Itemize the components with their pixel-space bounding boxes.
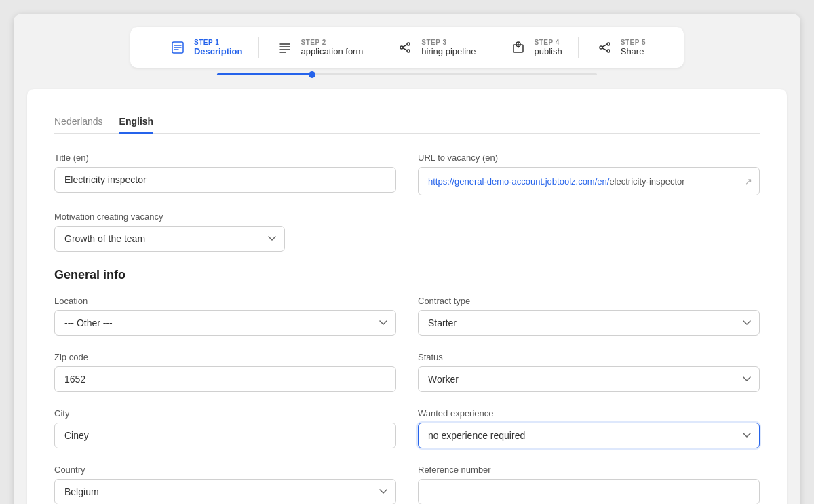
country-select[interactable]: Belgium Netherlands France Germany	[54, 479, 396, 504]
motivation-row: Motivation creating vacancy Growth of th…	[54, 212, 760, 252]
tab-english[interactable]: English	[119, 111, 154, 134]
city-experience-row: City Wanted experience no experience req…	[54, 408, 760, 448]
svg-point-9	[407, 43, 410, 45]
svg-point-8	[400, 46, 403, 49]
step2-number: STEP 2	[301, 39, 364, 46]
step2-label: application form	[301, 46, 364, 56]
reference-number-input[interactable]	[418, 479, 760, 504]
reference-number-group: Reference number	[418, 465, 760, 504]
external-link-icon: ↗	[745, 176, 752, 187]
country-reference-row: Country Belgium Netherlands France Germa…	[54, 465, 760, 504]
motivation-group: Motivation creating vacancy Growth of th…	[54, 212, 285, 252]
step-1[interactable]: STEP 1 Description	[152, 38, 259, 57]
country-group: Country Belgium Netherlands France Germa…	[54, 465, 396, 504]
wanted-experience-group: Wanted experience no experience required…	[418, 408, 760, 448]
title-label: Title (en)	[54, 153, 396, 163]
step3-text: STEP 3 hiring pipeline	[421, 39, 476, 56]
step2-icon	[275, 38, 294, 57]
tab-nederlands[interactable]: Nederlands	[54, 111, 103, 134]
svg-point-16	[607, 50, 610, 52]
step1-label: Description	[194, 46, 243, 56]
country-label: Country	[54, 465, 396, 475]
location-select[interactable]: --- Other --- Antwerp Brussels Ghent	[54, 310, 396, 336]
url-label: URL to vacancy (en)	[418, 153, 760, 163]
contract-type-group: Contract type Starter Freelance Permanen…	[418, 296, 760, 336]
contract-type-select[interactable]: Starter Freelance Permanent Temporary	[418, 310, 760, 336]
svg-point-15	[607, 43, 610, 45]
city-input[interactable]	[54, 423, 396, 448]
url-display[interactable]: https://general-demo-account.jobtoolz.co…	[418, 167, 760, 195]
step4-label: publish	[535, 46, 562, 56]
language-tabs: Nederlands English	[54, 111, 760, 134]
stepper: STEP 1 Description	[130, 27, 684, 68]
status-label: Status	[418, 352, 760, 362]
step1-text: STEP 1 Description	[194, 39, 243, 56]
step-2[interactable]: STEP 2 application form	[259, 38, 380, 57]
location-group: Location --- Other --- Antwerp Brussels …	[54, 296, 396, 336]
zipcode-label: Zip code	[54, 352, 396, 362]
zipcode-group: Zip code	[54, 352, 396, 392]
stepper-wrapper: STEP 1 Description	[27, 27, 787, 75]
motivation-label: Motivation creating vacancy	[54, 212, 285, 222]
step5-number: STEP 5	[621, 39, 646, 46]
step-4[interactable]: STEP 4 publish	[492, 38, 579, 57]
url-group: URL to vacancy (en) https://general-demo…	[418, 153, 760, 195]
progress-dot	[309, 71, 315, 78]
wanted-experience-label: Wanted experience	[418, 408, 760, 419]
step-3[interactable]: STEP 3 hiring pipeline	[379, 38, 492, 57]
step5-label: Share	[621, 46, 646, 56]
step4-text: STEP 4 publish	[535, 39, 562, 56]
title-group: Title (en)	[54, 153, 396, 195]
url-prefix: https://general-demo-account.jobtoolz.co…	[428, 176, 609, 187]
title-url-row: Title (en) URL to vacancy (en) https://g…	[54, 153, 760, 195]
city-label: City	[54, 408, 396, 419]
svg-point-10	[407, 50, 410, 52]
main-card: Nederlands English Title (en) URL to vac…	[27, 89, 787, 504]
wanted-experience-select[interactable]: no experience required 1-2 years 3-5 yea…	[418, 423, 760, 448]
svg-line-12	[403, 48, 407, 50]
step5-text: STEP 5 Share	[621, 39, 646, 56]
url-slug: electricity-inspector	[609, 176, 684, 187]
step1-number: STEP 1	[194, 39, 243, 46]
progress-bar	[217, 73, 597, 75]
city-group: City	[54, 408, 396, 448]
zip-status-row: Zip code Status Worker Employee Manager	[54, 352, 760, 392]
step1-icon	[168, 38, 187, 57]
step-5[interactable]: STEP 5 Share	[579, 38, 662, 57]
step3-number: STEP 3	[421, 39, 476, 46]
progress-fill	[217, 73, 312, 75]
step2-text: STEP 2 application form	[301, 39, 364, 56]
contract-type-label: Contract type	[418, 296, 760, 306]
location-contract-row: Location --- Other --- Antwerp Brussels …	[54, 296, 760, 336]
step3-icon	[395, 38, 414, 57]
zipcode-input[interactable]	[54, 366, 396, 392]
reference-number-label: Reference number	[418, 465, 760, 475]
motivation-select[interactable]: Growth of the team Replacement New posit…	[54, 226, 285, 252]
status-group: Status Worker Employee Manager	[418, 352, 760, 392]
step4-icon	[509, 38, 528, 57]
step3-label: hiring pipeline	[421, 46, 476, 56]
step5-icon	[595, 38, 614, 57]
svg-line-11	[403, 45, 407, 47]
status-select[interactable]: Worker Employee Manager	[418, 366, 760, 392]
general-info-title: General info	[54, 268, 760, 282]
title-input[interactable]	[54, 167, 396, 193]
location-label: Location	[54, 296, 396, 306]
step4-number: STEP 4	[535, 39, 562, 46]
outer-wrapper: STEP 1 Description	[14, 14, 800, 504]
